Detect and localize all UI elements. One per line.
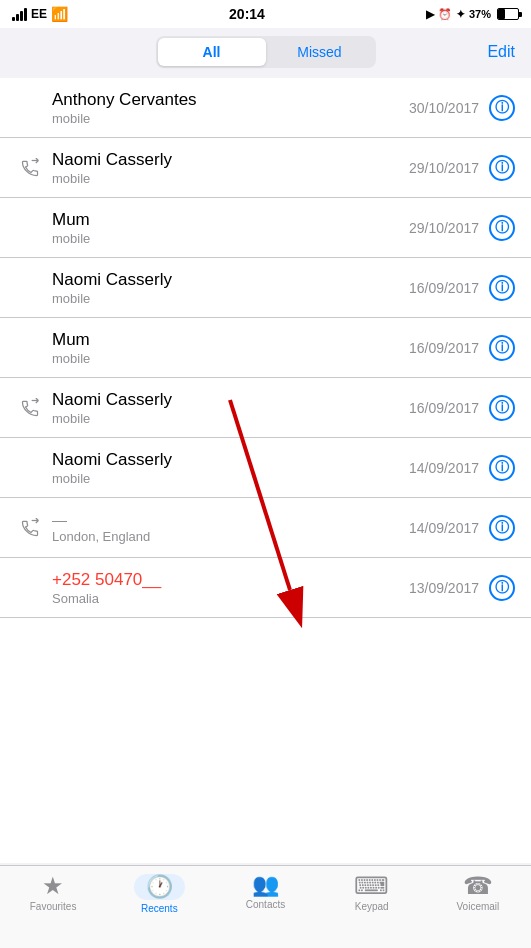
bluetooth-icon: ✦ (456, 8, 465, 21)
call-name: — (52, 511, 409, 528)
call-item[interactable]: Naomi Casserly mobile 16/09/2017 ⓘ (0, 378, 531, 438)
clock-icon: 🕐 (146, 874, 173, 899)
info-button[interactable]: ⓘ (489, 155, 515, 181)
call-name: Anthony Cervantes (52, 90, 409, 110)
battery-icon (497, 8, 519, 20)
call-info: — London, England (52, 511, 409, 544)
missed-call-icon (16, 518, 44, 538)
call-date: 29/10/2017 (409, 160, 479, 176)
tab-contacts-label: Contacts (246, 899, 285, 910)
call-subtitle: mobile (52, 351, 409, 366)
keypad-icon: ⌨ (354, 874, 389, 898)
info-button[interactable]: ⓘ (489, 455, 515, 481)
call-item[interactable]: 📞 Naomi Casserly mobile 16/09/2017 ⓘ (0, 258, 531, 318)
info-button[interactable]: ⓘ (489, 275, 515, 301)
status-left: EE 📶 (12, 6, 68, 22)
tab-voicemail-label: Voicemail (457, 901, 500, 912)
call-item[interactable]: 📞 Anthony Cervantes mobile 30/10/2017 ⓘ (0, 78, 531, 138)
recents-icon-bg: 🕐 (134, 874, 185, 900)
call-meta: 14/09/2017 (409, 460, 479, 476)
tab-bar: ★ Favourites 🕐 Recents 👥 Contacts ⌨ Keyp… (0, 865, 531, 948)
status-time: 20:14 (229, 6, 265, 22)
star-icon: ★ (42, 874, 64, 898)
call-date: 29/10/2017 (409, 220, 479, 236)
missed-call-icon (16, 398, 44, 418)
call-info: Naomi Casserly mobile (52, 270, 409, 306)
info-button[interactable]: ⓘ (489, 95, 515, 121)
tab-all[interactable]: All (158, 38, 266, 66)
call-name: Naomi Casserly (52, 150, 409, 170)
header: All Missed Edit (0, 28, 531, 78)
location-icon: ▶ (426, 8, 434, 21)
call-subtitle: mobile (52, 171, 409, 186)
battery-pct: 37% (469, 8, 491, 20)
call-date: 14/09/2017 (409, 460, 479, 476)
tab-missed[interactable]: Missed (266, 38, 374, 66)
tab-recents-label: Recents (141, 903, 178, 914)
segment-control: All Missed (156, 36, 376, 68)
status-right: ▶ ⏰ ✦ 37% (426, 8, 519, 21)
call-date: 14/09/2017 (409, 520, 479, 536)
voicemail-icon: ☎ (463, 874, 493, 898)
call-item[interactable]: 📞 +252 50470__ Somalia 13/09/2017 ⓘ (0, 558, 531, 618)
call-date: 13/09/2017 (409, 580, 479, 596)
info-button[interactable]: ⓘ (489, 335, 515, 361)
signal-bars (12, 8, 27, 21)
call-date: 16/09/2017 (409, 280, 479, 296)
call-info: Naomi Casserly mobile (52, 390, 409, 426)
info-button[interactable]: ⓘ (489, 575, 515, 601)
call-name: Naomi Casserly (52, 450, 409, 470)
call-meta: 14/09/2017 (409, 520, 479, 536)
call-info: Naomi Casserly mobile (52, 450, 409, 486)
contacts-icon: 👥 (252, 874, 279, 896)
call-name: +252 50470__ (52, 570, 409, 590)
alarm-icon: ⏰ (438, 8, 452, 21)
call-item[interactable]: — London, England 14/09/2017 ⓘ (0, 498, 531, 558)
call-meta: 13/09/2017 (409, 580, 479, 596)
call-info: Mum mobile (52, 330, 409, 366)
call-name: Naomi Casserly (52, 390, 409, 410)
call-meta: 16/09/2017 (409, 340, 479, 356)
tab-keypad[interactable]: ⌨ Keypad (319, 874, 425, 912)
call-name: Mum (52, 210, 409, 230)
call-subtitle: mobile (52, 111, 409, 126)
call-name: Mum (52, 330, 409, 350)
call-meta: 16/09/2017 (409, 400, 479, 416)
wifi-icon: 📶 (51, 6, 68, 22)
tab-favourites-label: Favourites (30, 901, 77, 912)
call-item[interactable]: 📞 Naomi Casserly mobile 14/09/2017 ⓘ (0, 438, 531, 498)
call-info: Mum mobile (52, 210, 409, 246)
tab-keypad-label: Keypad (355, 901, 389, 912)
tab-contacts[interactable]: 👥 Contacts (212, 874, 318, 910)
call-subtitle: mobile (52, 291, 409, 306)
info-button[interactable]: ⓘ (489, 395, 515, 421)
status-bar: EE 📶 20:14 ▶ ⏰ ✦ 37% (0, 0, 531, 28)
call-subtitle: London, England (52, 529, 409, 544)
call-meta: 29/10/2017 (409, 220, 479, 236)
call-info: Naomi Casserly mobile (52, 150, 409, 186)
call-meta: 29/10/2017 (409, 160, 479, 176)
tab-recents[interactable]: 🕐 Recents (106, 874, 212, 914)
call-subtitle: Somalia (52, 591, 409, 606)
call-name: Naomi Casserly (52, 270, 409, 290)
call-subtitle: mobile (52, 411, 409, 426)
call-subtitle: mobile (52, 231, 409, 246)
call-date: 16/09/2017 (409, 340, 479, 356)
info-button[interactable]: ⓘ (489, 215, 515, 241)
call-item[interactable]: 📞 Mum mobile 29/10/2017 ⓘ (0, 198, 531, 258)
call-info: Anthony Cervantes mobile (52, 90, 409, 126)
edit-button[interactable]: Edit (487, 43, 515, 61)
call-item[interactable]: Naomi Casserly mobile 29/10/2017 ⓘ (0, 138, 531, 198)
call-date: 16/09/2017 (409, 400, 479, 416)
tab-voicemail[interactable]: ☎ Voicemail (425, 874, 531, 912)
info-button[interactable]: ⓘ (489, 515, 515, 541)
call-list: 📞 Anthony Cervantes mobile 30/10/2017 ⓘ … (0, 78, 531, 863)
carrier: EE (31, 7, 47, 21)
call-date: 30/10/2017 (409, 100, 479, 116)
call-item[interactable]: 📞 Mum mobile 16/09/2017 ⓘ (0, 318, 531, 378)
call-subtitle: mobile (52, 471, 409, 486)
tab-favourites[interactable]: ★ Favourites (0, 874, 106, 912)
call-info: +252 50470__ Somalia (52, 570, 409, 606)
call-meta: 30/10/2017 (409, 100, 479, 116)
call-meta: 16/09/2017 (409, 280, 479, 296)
